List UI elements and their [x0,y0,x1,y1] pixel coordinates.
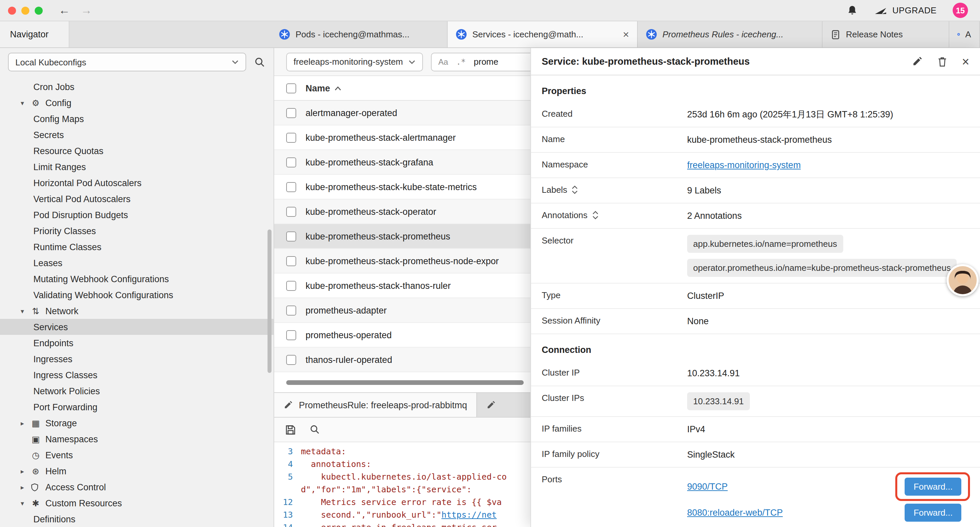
property-value: kube-prometheus-stack-prometheus [687,134,969,146]
property-label: Labels [542,185,567,195]
edit-pencil-icon[interactable] [912,56,923,67]
column-header-label: Name [305,83,330,93]
sidebar-item-cron-jobs[interactable]: Cron Jobs [0,79,274,95]
tab-prometheus-rules[interactable]: Prometheus Rules - icecheng... [638,21,822,47]
regex-toggle[interactable]: .* [456,57,466,66]
sidebar-item-helm[interactable]: ▸⊛Helm [0,463,274,479]
row-checkbox[interactable] [286,256,296,266]
sidebar-search-icon[interactable] [254,56,266,68]
sidebar-item-definitions[interactable]: Definitions [0,511,274,527]
tab-services[interactable]: Services - icecheng@math... × [448,21,638,47]
sidebar-item-services[interactable]: Services [0,319,274,335]
tab-pods[interactable]: Pods - icecheng@mathmas... [271,21,448,47]
sidebar-item-secrets[interactable]: Secrets [0,127,274,143]
row-checkbox[interactable] [286,157,296,167]
editor-search-icon[interactable] [310,424,320,435]
row-checkbox[interactable] [286,280,296,291]
sidebar-item-endpoints[interactable]: Endpoints [0,335,274,351]
row-checkbox[interactable] [286,330,296,340]
sidebar-item-resource-quotas[interactable]: Resource Quotas [0,143,274,159]
upgrade-button[interactable]: UPGRADE [873,5,937,16]
sidebar-item-config-maps[interactable]: Config Maps [0,111,274,127]
properties-heading: Properties [531,75,980,102]
sidebar-item-leases[interactable]: Leases [0,255,274,271]
row-checkbox[interactable] [286,207,296,217]
sidebar-item-access-control[interactable]: ▸Access Control [0,479,274,495]
sidebar-item-ingress-classes[interactable]: Ingress Classes [0,367,274,383]
sidebar-item-config[interactable]: ▾⚙Config [0,95,274,111]
namespace-filter-dropdown[interactable]: freeleaps-monitoring-system [286,53,423,71]
sidebar-item-storage[interactable]: ▸▦Storage [0,415,274,431]
tab-release-notes[interactable]: Release Notes [822,21,949,47]
window-zoom-button[interactable] [35,6,43,14]
sidebar-item-pod-disruption-budgets[interactable]: Pod Disruption Budgets [0,207,274,223]
select-all-checkbox[interactable] [286,83,296,93]
horizontal-scrollbar[interactable] [286,380,524,385]
kubernetes-icon [456,29,467,40]
sidebar-item-network[interactable]: ▾⇅Network [0,303,274,319]
service-name: kube-prometheus-stack-prometheus-node-ex… [305,256,499,266]
notifications-bell-icon[interactable] [846,4,858,16]
notification-count-badge[interactable]: 15 [953,3,968,18]
namespace-link[interactable]: freeleaps-monitoring-system [687,160,801,170]
port-link[interactable]: 9090/TCP [687,480,728,493]
property-label: Ports [542,474,687,484]
port-forward-button[interactable]: Forward... [905,504,961,522]
property-label: Created [542,108,687,119]
sidebar-item-runtime-classes[interactable]: Runtime Classes [0,239,274,255]
sidebar-item-ingresses[interactable]: Ingresses [0,351,274,367]
delete-trash-icon[interactable] [937,56,947,67]
row-checkbox[interactable] [286,108,296,118]
row-checkbox[interactable] [286,132,296,142]
sidebar-item-priority-classes[interactable]: Priority Classes [0,223,274,239]
tab-close-icon[interactable]: × [617,29,629,40]
tab-argo[interactable]: Argo S [949,21,980,47]
sidebar-item-custom-resources[interactable]: ▾✱Custom Resources [0,495,274,511]
property-row-labels: Labels 9 Labels [531,178,980,204]
sidebar-item-validating-webhook-configurations[interactable]: Validating Webhook Configurations [0,287,274,303]
row-checkbox[interactable] [286,355,296,365]
sidebar-item-events[interactable]: ◷Events [0,447,274,463]
save-icon[interactable] [285,424,296,435]
window-close-button[interactable] [8,6,16,14]
property-row-cluster-ips: Cluster IPs 10.233.14.91 [531,386,980,417]
property-value: ClusterIP [687,290,969,302]
sidebar-item-limit-ranges[interactable]: Limit Ranges [0,159,274,175]
port-forward-button[interactable]: Forward... [905,478,961,496]
dock-tab-prometheusrule[interactable]: PrometheusRule: freeleaps-prod-rabbitmq [274,393,477,417]
sidebar-scrollbar[interactable] [267,229,272,373]
sidebar-item-vertical-pod-autoscalers[interactable]: Vertical Pod Autoscalers [0,191,274,207]
chevron-right-icon: ▸ [19,419,26,427]
item-label: Network [45,306,78,316]
property-value: None [687,315,969,328]
row-checkbox[interactable] [286,305,296,315]
item-label: Cron Jobs [33,82,75,92]
port-link[interactable]: 8080:reloader-web/TCP [687,506,783,519]
property-row-selector: Selector app.kubernetes.io/name=promethe… [531,229,980,283]
close-icon[interactable]: × [962,55,969,68]
tab-label: Release Notes [846,29,903,39]
sidebar-item-namespaces[interactable]: ▣Namespaces [0,431,274,447]
property-value: IPv4 [687,423,969,436]
sidebar-item-port-forwarding[interactable]: Port Forwarding [0,399,274,415]
row-checkbox[interactable] [286,182,296,192]
code-text: metadata: [301,446,346,456]
service-name: kube-prometheus-stack-prometheus [305,231,450,241]
kubeconfig-dropdown[interactable]: Local Kubeconfigs [8,53,246,72]
sidebar-item-network-policies[interactable]: Network Policies [0,383,274,399]
item-label: Storage [45,418,77,428]
navigator-panel-tab[interactable]: Navigator [0,21,69,47]
sidebar-item-horizontal-pod-autoscalers[interactable]: Horizontal Pod Autoscalers [0,175,274,191]
window-minimize-button[interactable] [21,6,29,14]
match-case-toggle[interactable]: Aa [438,57,448,66]
expand-updown-icon[interactable] [592,211,598,220]
back-arrow-icon[interactable]: ← [59,5,70,16]
property-label: Type [542,290,687,300]
sidebar-item-mutating-webhook-configurations[interactable]: Mutating Webhook Configurations [0,271,274,287]
user-avatar[interactable] [947,264,978,296]
item-label: Vertical Pod Autoscalers [33,194,130,204]
row-checkbox[interactable] [286,231,296,241]
expand-updown-icon[interactable] [572,185,578,194]
column-header-name[interactable]: Name [305,83,342,93]
forward-arrow-icon[interactable]: → [81,5,92,16]
